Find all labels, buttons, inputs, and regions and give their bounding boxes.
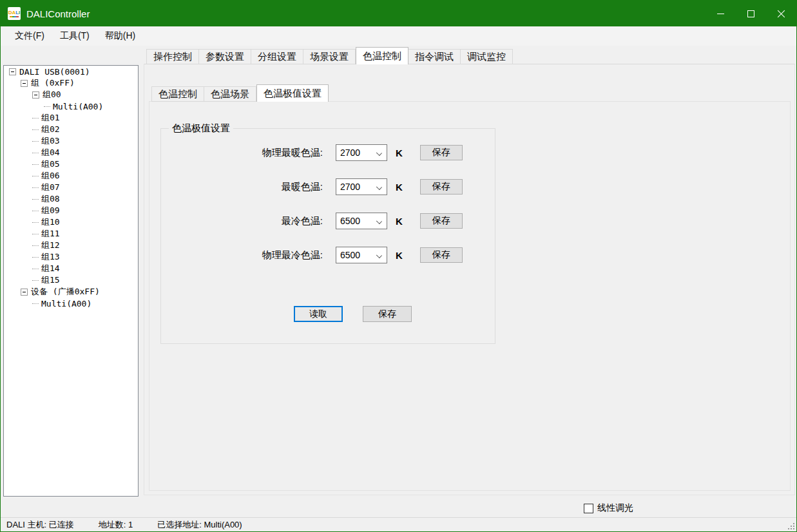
- tree-item[interactable]: DALI USB(0001): [4, 66, 138, 77]
- chevron-down-icon: [376, 150, 382, 156]
- tree-item-label: 组13: [41, 251, 60, 263]
- tree-item[interactable]: Multi(A00): [4, 298, 138, 309]
- device-tree: DALI USB(0001)组 (0xFF)组00Multi(A00)组01组0…: [3, 65, 139, 497]
- extreme-row-1: 最暖色温:2700K保存: [169, 178, 463, 195]
- close-button[interactable]: [766, 1, 796, 26]
- main-tab-1[interactable]: 参数设置: [199, 49, 251, 64]
- status-item-1: 地址数: 1: [99, 519, 133, 531]
- tree-item[interactable]: 组02: [4, 124, 138, 135]
- tree-item[interactable]: 组12: [4, 240, 138, 251]
- main-tab-5[interactable]: 指令调试: [408, 49, 461, 64]
- tree-item-label: 组15: [41, 274, 60, 286]
- tree-item[interactable]: 组00: [4, 89, 138, 100]
- sub-tab-2[interactable]: 色温极值设置: [256, 84, 329, 102]
- chevron-down-icon: [376, 184, 382, 190]
- temperature-combobox[interactable]: 2700: [336, 178, 387, 195]
- app-logo-strip: [10, 16, 19, 17]
- tree-expander-icon[interactable]: [9, 68, 16, 75]
- combobox-value: 2700: [340, 147, 360, 158]
- read-button[interactable]: 读取: [294, 306, 343, 322]
- tree-item[interactable]: 组05: [4, 158, 138, 170]
- tree-connector: [32, 303, 39, 304]
- field-label: 物理最冷色温:: [169, 249, 323, 261]
- tree-connector: [32, 222, 39, 223]
- tree-connector: [32, 234, 39, 234]
- tree-connector: [32, 280, 39, 281]
- tree-item-label: 组06: [41, 170, 60, 182]
- menu-item-1[interactable]: 工具(T): [52, 26, 97, 46]
- extreme-row-0: 物理最暖色温:2700K保存: [169, 144, 463, 161]
- unit-label: K: [396, 216, 403, 227]
- tree-connector: [44, 106, 50, 107]
- title-bar: DALI DALIController: [1, 1, 796, 26]
- linear-dimming-checkbox[interactable]: [584, 504, 593, 513]
- field-label: 最暖色温:: [169, 181, 323, 193]
- main-tab-2[interactable]: 分组设置: [251, 49, 303, 64]
- menu-item-0[interactable]: 文件(F): [7, 26, 52, 46]
- tree-item[interactable]: 组06: [4, 170, 138, 182]
- tree-item[interactable]: 组04: [4, 147, 138, 158]
- tree-item-label: 组10: [41, 216, 60, 228]
- status-item-2: 已选择地址: Multi(A00): [157, 519, 242, 531]
- tree-item[interactable]: 组03: [4, 135, 138, 147]
- resize-grip-icon[interactable]: [788, 523, 794, 529]
- tree-item[interactable]: 组13: [4, 251, 138, 263]
- chevron-down-icon: [376, 252, 382, 258]
- tree-connector: [32, 176, 39, 176]
- tree-connector: [32, 187, 39, 188]
- sub-tab-strip: 色温控制色温场景色温极值设置: [151, 84, 329, 102]
- tree-connector: [32, 245, 39, 246]
- minimize-button[interactable]: [706, 1, 736, 26]
- tree-item-label: 组04: [41, 147, 60, 158]
- row-save-button[interactable]: 保存: [420, 179, 463, 195]
- status-item-0: DALI 主机: 已连接: [6, 519, 74, 531]
- app-logo-icon: DALI: [8, 7, 21, 20]
- tree-item[interactable]: 组09: [4, 205, 138, 216]
- tree-connector: [32, 211, 39, 211]
- tree-item-label: 组02: [41, 124, 60, 135]
- save-button[interactable]: 保存: [363, 306, 412, 322]
- tree-expander-icon[interactable]: [21, 80, 28, 87]
- window-title: DALIController: [26, 8, 90, 19]
- tree-item[interactable]: 组11: [4, 228, 138, 240]
- app-logo-text: DALI: [8, 10, 21, 15]
- tree-item-label: 组05: [41, 158, 60, 170]
- tree-item[interactable]: 组08: [4, 193, 138, 205]
- row-save-button[interactable]: 保存: [420, 247, 463, 263]
- chevron-down-icon: [376, 218, 382, 224]
- main-tab-4[interactable]: 色温控制: [356, 47, 408, 64]
- row-save-button[interactable]: 保存: [420, 213, 463, 229]
- tree-item[interactable]: 组14: [4, 263, 138, 274]
- tree-expander-icon[interactable]: [32, 91, 39, 99]
- maximize-button[interactable]: [736, 1, 766, 26]
- tree-item[interactable]: 组15: [4, 274, 138, 286]
- sub-tab-1[interactable]: 色温场景: [204, 86, 256, 102]
- tree-item-label: 设备 (广播0xFF): [31, 286, 100, 298]
- app-window: DALI DALIController 文件(F)工具(T)帮助(H) 操作控制…: [0, 0, 797, 532]
- main-tab-0[interactable]: 操作控制: [146, 49, 199, 64]
- tree-expander-icon[interactable]: [21, 289, 28, 296]
- row-save-button[interactable]: 保存: [420, 145, 463, 160]
- tree-item[interactable]: 组 (0xFF): [4, 77, 138, 89]
- sub-tab-0[interactable]: 色温控制: [151, 86, 204, 102]
- temperature-combobox[interactable]: 6500: [336, 247, 387, 263]
- tree-item[interactable]: 组01: [4, 112, 138, 124]
- main-tab-3[interactable]: 场景设置: [303, 49, 356, 64]
- extreme-row-3: 物理最冷色温:6500K保存: [169, 247, 463, 263]
- main-tab-6[interactable]: 调试监控: [461, 49, 513, 64]
- tree-item[interactable]: Multi(A00): [4, 100, 138, 112]
- menu-item-2[interactable]: 帮助(H): [97, 26, 143, 46]
- tree-item[interactable]: 组07: [4, 182, 138, 193]
- group-box-title: 色温极值设置: [169, 122, 233, 135]
- temperature-combobox[interactable]: 2700: [336, 144, 387, 161]
- temperature-combobox[interactable]: 6500: [336, 213, 387, 229]
- tree-item-label: 组08: [41, 193, 60, 205]
- tree-connector: [32, 141, 39, 142]
- linear-dimming-option: 线性调光: [584, 502, 633, 514]
- tree-item[interactable]: 设备 (广播0xFF): [4, 286, 138, 298]
- tree-item-label: 组07: [41, 182, 60, 193]
- field-label: 物理最暖色温:: [169, 147, 323, 159]
- tree-item[interactable]: 组10: [4, 216, 138, 228]
- tree-connector: [32, 257, 39, 258]
- tree-item-label: DALI USB(0001): [19, 67, 90, 77]
